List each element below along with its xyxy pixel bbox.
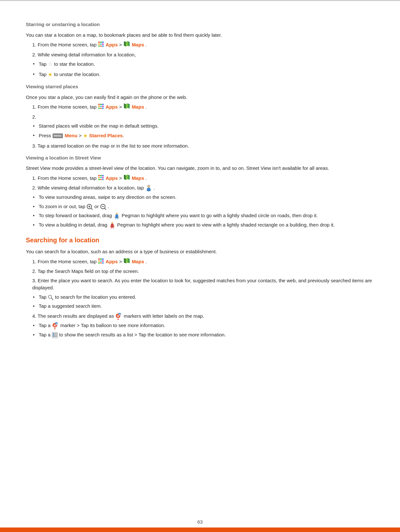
menu-label: Menu (65, 132, 77, 138)
page-footer: 63 (0, 518, 400, 526)
svg-line-54 (111, 227, 112, 229)
svg-rect-24 (98, 175, 100, 176)
starring-step1: 1. From the Home screen, tap Apps > (26, 41, 374, 49)
marker-icon-inline: A B (52, 322, 59, 329)
searching-intro: You can search for a location, such as a… (26, 248, 374, 256)
star-filled-icon: ★ (48, 72, 53, 78)
svg-rect-31 (100, 179, 102, 180)
step2-text: 2. While viewing detail information for … (32, 52, 136, 57)
svg-rect-13 (100, 104, 102, 105)
vs-step3-text: 3. Tap a starred location on the map or … (32, 143, 189, 149)
svg-line-50 (117, 218, 118, 219)
heading-viewing-starred: Viewing starred places (26, 83, 374, 91)
list-view-icon (52, 332, 58, 338)
section-searching: Searching for a location You can search … (26, 235, 374, 338)
zoom-out-icon (100, 204, 106, 210)
menu-btn: menu (53, 133, 63, 139)
pegman2-icon (109, 222, 116, 229)
svg-rect-15 (98, 106, 100, 107)
maps-label: Maps (132, 42, 144, 47)
svg-line-47 (114, 216, 115, 218)
svg-line-69 (51, 298, 53, 300)
person-icon (145, 185, 152, 192)
search-icon-inline (48, 295, 54, 300)
search-bullet4-2: Tap a to show the search results as a li… (26, 331, 374, 339)
svg-marker-23 (124, 103, 126, 109)
vs-bullets: Starred places will visible on the map i… (26, 122, 374, 140)
sv-bullet2: To zoom in or out, tap or (26, 203, 374, 210)
svg-rect-18 (98, 108, 100, 109)
svg-line-49 (115, 218, 116, 219)
svg-rect-28 (100, 177, 102, 178)
svg-rect-64 (102, 262, 104, 264)
svg-rect-25 (100, 175, 102, 176)
zoom-in-icon (86, 204, 93, 210)
apps-icon-4 (98, 258, 104, 266)
maps-icon-3 (124, 175, 130, 183)
svg-rect-61 (102, 260, 104, 262)
svg-rect-85 (53, 334, 54, 335)
map-marker-icon: A B (115, 313, 122, 320)
svg-marker-10 (126, 41, 128, 46)
svg-rect-4 (100, 44, 102, 45)
svg-rect-29 (102, 177, 104, 178)
svg-rect-19 (100, 108, 102, 109)
svg-marker-66 (126, 258, 128, 263)
svg-rect-14 (102, 104, 104, 105)
svg-line-55 (113, 227, 114, 229)
svg-marker-35 (124, 175, 126, 180)
search-step3: 3. Enter the place you want to search. A… (26, 277, 374, 292)
sv-bullet3: To step forward or backward, drag Pegman… (26, 212, 374, 219)
svg-rect-8 (102, 45, 104, 47)
section-starring: Starring or unstarring a location You ca… (26, 21, 374, 79)
search-step4: 4. The search results are displayed as A… (26, 313, 374, 320)
heading-starring: Starring or unstarring a location (26, 21, 374, 28)
sv-bullet1: To view surrounding areas, swipe to any … (26, 194, 374, 201)
svg-text:B: B (56, 323, 57, 325)
section-viewing-starred: Viewing starred places Once you star a p… (26, 83, 374, 150)
svg-rect-58 (102, 258, 104, 260)
vs-step2: 2. (26, 113, 374, 121)
search-sub-bullets: Tap to search for the location you enter… (26, 294, 374, 310)
svg-marker-22 (126, 103, 128, 109)
heading-searching: Searching for a location (26, 235, 374, 245)
svg-rect-2 (102, 42, 104, 43)
sv-bullet4: To view a building in detail, drag Pegma… (26, 221, 374, 229)
starred-places-star: ★ (83, 133, 88, 139)
star-empty-icon: ☆ (48, 61, 53, 67)
svg-marker-34 (126, 175, 128, 180)
footer-bar (0, 527, 400, 532)
svg-line-48 (118, 216, 119, 218)
svg-rect-12 (98, 104, 100, 105)
starring-bullet1: Tap ☆ to star the location. (26, 60, 374, 69)
starring-step2: 2. While viewing detail information for … (26, 51, 374, 59)
svg-rect-60 (100, 260, 102, 262)
apps-icon (98, 42, 104, 49)
viewing-starred-intro: Once you star a place, you can easily fi… (26, 94, 374, 101)
page-container: Starring or unstarring a location You ca… (0, 10, 400, 369)
svg-point-38 (148, 185, 150, 187)
svg-marker-11 (124, 41, 126, 46)
svg-rect-86 (53, 336, 54, 337)
search-sub-bullet2: Tap a suggested search item. (26, 303, 374, 310)
svg-line-52 (110, 226, 111, 227)
apps-icon-2 (98, 104, 104, 111)
svg-rect-20 (102, 108, 104, 109)
svg-rect-30 (98, 179, 100, 180)
step1-end: . (145, 42, 147, 47)
pegman1-icon (113, 212, 120, 219)
search-step1: 1. From the Home screen, tap Apps > (26, 258, 374, 266)
svg-rect-17 (102, 106, 104, 107)
sv-step2: 2. While viewing detail information for … (26, 184, 374, 192)
svg-line-45 (105, 208, 106, 210)
step1-num: 1. From the Home screen, tap (32, 42, 98, 47)
maps-icon-2 (124, 103, 130, 111)
svg-rect-56 (98, 258, 100, 260)
svg-rect-3 (98, 44, 100, 45)
section-street-view: Viewing a location in Street View Street… (26, 154, 374, 229)
svg-rect-62 (98, 262, 100, 264)
vs-bullet2: Press menu Menu > ★ Starred Places. (26, 132, 374, 140)
apps-label: Apps (106, 42, 118, 47)
svg-rect-1 (100, 42, 102, 43)
apps-label-2: Apps (106, 104, 118, 110)
